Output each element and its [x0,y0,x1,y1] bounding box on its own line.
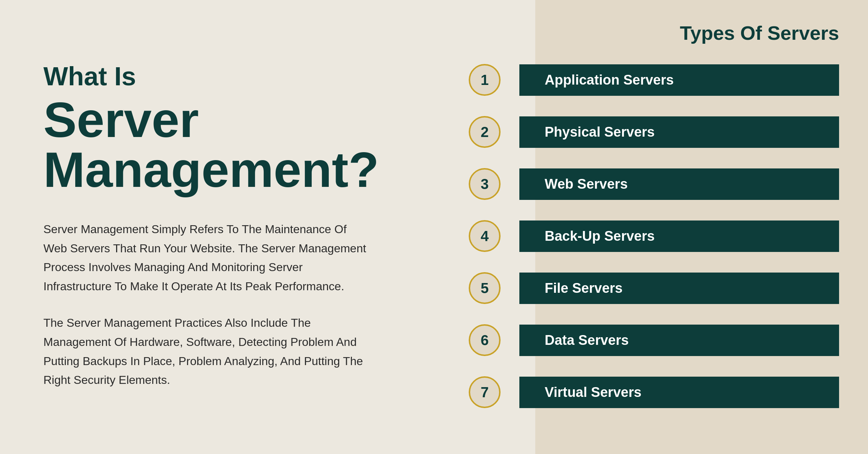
server-label-1: Application Servers [519,64,839,96]
main-title: Server Management? [43,95,398,194]
server-row: 5 File Servers [434,272,839,304]
server-row: 2 Physical Servers [434,116,839,148]
right-panel: Types Of Servers 1 Application Servers 2… [434,0,868,454]
number-badge-2: 2 [469,116,501,148]
number-badge-7: 7 [469,376,501,408]
number-badge-1: 1 [469,64,501,96]
description-paragraph-1: Server Management Simply Refers To The M… [43,220,369,296]
number-badge-4: 4 [469,220,501,252]
server-label-7: Virtual Servers [519,377,839,408]
number-badge-3: 3 [469,168,501,200]
server-row: 1 Application Servers [434,64,839,96]
types-title: Types Of Servers [680,22,839,44]
number-badge-5: 5 [469,272,501,304]
server-label-2: Physical Servers [519,116,839,148]
server-row: 6 Data Servers [434,324,839,356]
description-paragraph-2: The Server Management Practices Also Inc… [43,313,369,390]
server-label-6: Data Servers [519,325,839,356]
server-row: 3 Web Servers [434,168,839,200]
number-badge-6: 6 [469,324,501,356]
what-is-label: What Is [43,61,398,91]
server-label-3: Web Servers [519,168,839,200]
server-label-4: Back-Up Servers [519,220,839,252]
left-panel: What Is Server Management? Server Manage… [0,0,434,454]
overlay-content: Types Of Servers 1 Application Servers 2… [434,0,868,454]
server-label-5: File Servers [519,273,839,304]
page-container: What Is Server Management? Server Manage… [0,0,868,454]
server-row: 7 Virtual Servers [434,376,839,408]
server-list: 1 Application Servers 2 Physical Servers… [434,64,839,418]
server-row: 4 Back-Up Servers [434,220,839,252]
